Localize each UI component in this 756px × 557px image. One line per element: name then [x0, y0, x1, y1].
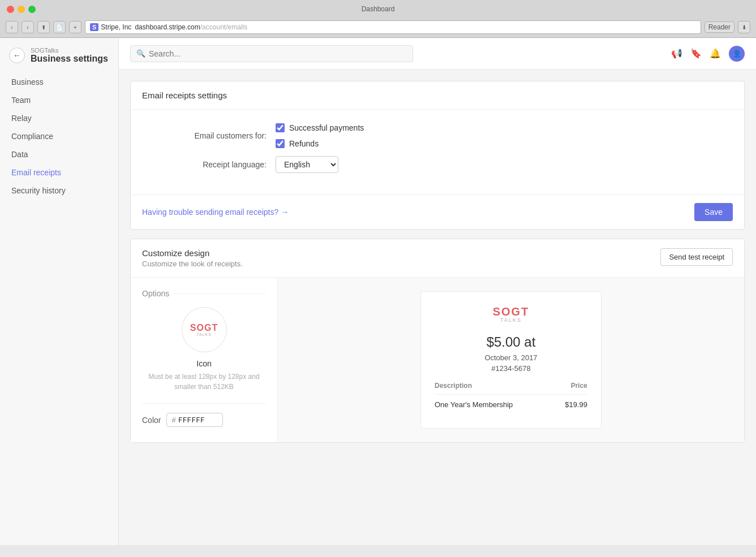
language-row: Receipt language: English Spanish French…	[153, 156, 721, 173]
send-test-receipt-button[interactable]: Send test receipt	[660, 248, 733, 266]
browser-window-controls	[7, 6, 36, 13]
receipt-table: Description Price One Year's Membership …	[435, 382, 587, 414]
email-settings-title: Email receipts settings	[142, 90, 227, 100]
browser-titlebar: Dashboard	[0, 0, 756, 18]
search-wrap: 🔍	[130, 45, 413, 62]
receipt-amount: $5.00 at	[435, 334, 587, 350]
receipt-id: #1234-5678	[435, 364, 587, 373]
receipt-preview-card: SOGT TALKS $5.00 at October 3, 2017 #123…	[420, 291, 602, 429]
color-row: Color #	[142, 413, 266, 427]
search-input-wrap: 🔍	[130, 45, 413, 62]
customize-header: Customize design Customize the look of r…	[131, 239, 744, 278]
sidebar-back-button[interactable]: ←	[9, 48, 25, 63]
address-url-path: /account/emails	[200, 23, 247, 31]
browser-chrome: Dashboard ‹ › ⬆ 📄 + S Stripe, Inc dashbo…	[0, 0, 756, 38]
address-bar[interactable]: S Stripe, Inc dashboard.stripe.com /acco…	[85, 20, 701, 34]
customize-subtitle: Customize the look of receipts.	[142, 260, 243, 268]
refunds-label: Refunds	[289, 139, 319, 148]
address-url-main: dashboard.stripe.com	[135, 23, 200, 31]
sidebar-account-name: SOGTalks	[31, 47, 108, 54]
sidebar-item-compliance[interactable]: Compliance	[0, 127, 118, 145]
save-button[interactable]: Save	[694, 203, 733, 221]
successful-payments-label: Successful payments	[289, 123, 364, 132]
receipt-header-price: Price	[553, 382, 587, 395]
design-panels: Options SOGT TALKS Icon Must be at least…	[131, 278, 744, 442]
sogt-icon-sub: TALKS	[196, 333, 212, 336]
search-input[interactable]	[149, 49, 319, 58]
successful-payments-checkbox[interactable]	[276, 123, 285, 132]
customize-title: Customize design	[142, 248, 243, 258]
right-panel: 🔍 📢 🔖 🔔 👤 Email receipts settings	[119, 38, 756, 545]
share-button[interactable]: ⬆	[37, 21, 50, 33]
hash-symbol: #	[171, 416, 175, 424]
options-panel: Options SOGT TALKS Icon Must be at least…	[131, 278, 278, 442]
sogt-icon-circle: SOGT TALKS	[184, 310, 224, 349]
maximize-button[interactable]	[28, 6, 36, 13]
main-content: Email receipts settings Email customers …	[119, 70, 756, 545]
icon-upload-area[interactable]: SOGT TALKS	[182, 307, 227, 352]
email-settings-card: Email receipts settings Email customers …	[130, 81, 745, 230]
checkbox-group: Successful payments Refunds	[276, 123, 364, 148]
downloads-button[interactable]: ⬇	[738, 21, 750, 33]
email-settings-body: Email customers for: Successful payments…	[131, 110, 744, 195]
receipt-row-price: $19.99	[553, 395, 587, 415]
content-inner: Email receipts settings Email customers …	[119, 70, 756, 463]
close-button[interactable]	[7, 6, 14, 13]
receipt-logo: SOGT TALKS	[435, 305, 587, 323]
icon-label: Icon	[142, 359, 266, 368]
browser-toolbar: ‹ › ⬆ 📄 + S Stripe, Inc dashboard.stripe…	[0, 18, 756, 37]
color-label: Color	[142, 416, 161, 425]
bell-icon[interactable]: 🔔	[710, 48, 721, 59]
language-label: Receipt language:	[153, 160, 267, 169]
reader-view-button[interactable]: 📄	[53, 21, 66, 33]
avatar-icon: 👤	[733, 50, 741, 58]
browser-title: Dashboard	[362, 5, 395, 13]
preview-panel: SOGT TALKS $5.00 at October 3, 2017 #123…	[278, 278, 744, 442]
receipt-logo-sub: TALKS	[435, 317, 587, 323]
sidebar-item-relay[interactable]: Relay	[0, 109, 118, 127]
minimize-button[interactable]	[18, 6, 25, 13]
search-icon: 🔍	[136, 49, 145, 58]
refunds-row: Refunds	[276, 139, 364, 148]
back-nav-button[interactable]: ‹	[6, 21, 18, 33]
forward-nav-button[interactable]: ›	[22, 21, 34, 33]
email-settings-action-bar: Having trouble sending email receipts? →…	[131, 195, 744, 229]
sidebar: ← SOGTalks Business settings Business Te…	[0, 38, 119, 545]
customize-header-text: Customize design Customize the look of r…	[142, 248, 243, 268]
topbar: 🔍 📢 🔖 🔔 👤	[119, 38, 756, 70]
color-divider	[142, 403, 266, 404]
bookmark-icon[interactable]: 🔖	[690, 48, 702, 59]
user-avatar[interactable]: 👤	[729, 46, 745, 62]
topbar-icons: 📢 🔖 🔔 👤	[671, 46, 745, 62]
sidebar-item-email-receipts[interactable]: Email receipts	[0, 163, 118, 182]
color-input-wrap: #	[166, 413, 222, 427]
options-title: Options	[142, 289, 266, 298]
receipt-header-description: Description	[435, 382, 553, 395]
icon-hint: Must be at least 128px by 128px and smal…	[142, 372, 266, 392]
language-select[interactable]: English Spanish French German	[276, 156, 338, 173]
sidebar-item-security-history[interactable]: Security history	[0, 182, 118, 200]
receipt-table-row: One Year's Membership $19.99	[435, 395, 587, 415]
customize-design-card: Customize design Customize the look of r…	[130, 239, 745, 443]
add-tab-button[interactable]: +	[69, 21, 81, 33]
receipt-date: October 3, 2017	[435, 353, 587, 362]
receipt-logo-text: SOGT	[493, 305, 530, 318]
email-customers-label: Email customers for:	[153, 131, 267, 140]
color-input[interactable]	[178, 416, 218, 424]
sidebar-header: ← SOGTalks Business settings	[0, 47, 118, 73]
megaphone-icon[interactable]: 📢	[671, 48, 682, 59]
app-container: ← SOGTalks Business settings Business Te…	[0, 38, 756, 545]
sidebar-nav: Business Team Relay Compliance Data Emai…	[0, 73, 118, 200]
refunds-checkbox[interactable]	[276, 139, 285, 148]
email-settings-header: Email receipts settings	[131, 81, 744, 110]
sidebar-item-business[interactable]: Business	[0, 73, 118, 91]
sidebar-main-title: Business settings	[31, 54, 108, 64]
successful-payments-row: Successful payments	[276, 123, 364, 132]
sogt-icon-text: SOGT	[190, 323, 218, 333]
receipt-row-description: One Year's Membership	[435, 395, 553, 415]
reader-button[interactable]: Reader	[705, 21, 734, 33]
sidebar-title-wrap: SOGTalks Business settings	[31, 47, 108, 64]
sidebar-item-data[interactable]: Data	[0, 145, 118, 163]
sidebar-item-team[interactable]: Team	[0, 91, 118, 109]
trouble-link[interactable]: Having trouble sending email receipts? →	[142, 208, 289, 217]
